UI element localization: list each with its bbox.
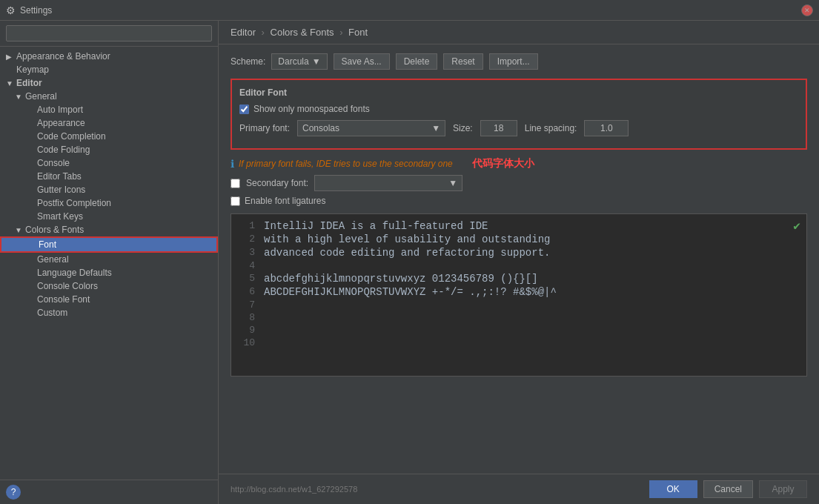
line-number: 6 (240, 286, 255, 298)
sidebar-item-keymap[interactable]: Keymap (0, 63, 218, 76)
sidebar-label: Custom (37, 308, 67, 318)
sidebar-item-code-folding[interactable]: Code Folding (0, 143, 218, 156)
ligatures-checkbox[interactable] (231, 196, 240, 206)
line-spacing-input[interactable] (584, 120, 629, 136)
settings-icon: ⚙ (6, 4, 16, 16)
settings-dialog: ▶ Appearance & Behavior Keymap ▼ Editor … (0, 21, 819, 504)
ok-button[interactable]: OK (649, 480, 697, 498)
preview-line: 10 (240, 337, 798, 348)
sidebar-item-console-font[interactable]: Console Font (0, 293, 218, 306)
sidebar-item-appearance-behavior[interactable]: ▶ Appearance & Behavior (0, 50, 218, 63)
sidebar-item-editor-tabs[interactable]: Editor Tabs (0, 170, 218, 183)
line-number: 3 (240, 247, 255, 259)
info-icon: ℹ (231, 158, 234, 170)
sidebar-item-language-defaults[interactable]: Language Defaults (0, 266, 218, 279)
preview-line: 9 (240, 325, 798, 336)
preview-line: 4 (240, 260, 798, 271)
line-number: 8 (240, 312, 255, 323)
window-title: Settings (20, 5, 801, 16)
ligatures-label: Enable font ligatures (245, 196, 325, 206)
sidebar-item-auto-import[interactable]: Auto Import (0, 103, 218, 116)
sidebar-item-smart-keys[interactable]: Smart Keys (0, 210, 218, 223)
reset-button[interactable]: Reset (443, 53, 483, 70)
sidebar-item-editor[interactable]: ▼ Editor (0, 76, 218, 90)
delete-button[interactable]: Delete (396, 53, 438, 70)
sidebar-item-general[interactable]: ▼ General (0, 90, 218, 103)
secondary-font-dropdown[interactable]: ▼ (314, 175, 462, 191)
line-number: 2 (240, 233, 255, 245)
sidebar-item-console-colors[interactable]: Console Colors (0, 279, 218, 293)
sidebar-label: Console Colors (37, 281, 98, 291)
line-content: IntelliJ IDEA is a full-featured IDE (264, 220, 488, 232)
scheme-row: Scheme: Darcula ▼ Save As... Delete Rese… (231, 53, 807, 70)
monospaced-row: Show only monospaced fonts (239, 104, 798, 114)
scheme-label: Scheme: (231, 56, 265, 67)
line-spacing-label: Line spacing: (525, 123, 577, 133)
dialog-body: ▶ Appearance & Behavior Keymap ▼ Editor … (0, 21, 819, 504)
scheme-dropdown[interactable]: Darcula ▼ (271, 53, 327, 70)
line-number: 9 (240, 325, 255, 336)
line-content: with a high level of usability and outst… (264, 233, 550, 245)
dialog-footer: http://blog.csdn.net/w1_627292578 OK Can… (219, 474, 819, 504)
secondary-font-checkbox[interactable] (231, 179, 240, 188)
sidebar-item-general-cf[interactable]: General (0, 253, 218, 266)
preview-line: 3 advanced code editing and refactoring … (240, 247, 798, 259)
size-input[interactable] (480, 120, 517, 136)
sidebar-label: Code Completion (37, 131, 106, 142)
primary-font-dropdown[interactable]: Consolas ▼ (297, 120, 445, 136)
sidebar-label: Gutter Icons (37, 185, 85, 195)
cancel-button[interactable]: Cancel (703, 480, 753, 498)
title-bar: ⚙ Settings ✕ (0, 0, 819, 21)
sidebar-item-font[interactable]: Font (0, 236, 218, 253)
sidebar-item-postfix-completion[interactable]: Postfix Completion (0, 196, 218, 210)
breadcrumb: Editor › Colors & Fonts › Font (219, 21, 819, 44)
breadcrumb-font: Font (348, 27, 368, 38)
annotation-text: 代码字体大小 (472, 157, 534, 170)
secondary-font-row: Secondary font: ▼ (231, 175, 807, 191)
preview-line: 7 (240, 299, 798, 311)
save-as-button[interactable]: Save As... (334, 53, 390, 70)
info-row: ℹ If primary font fails, IDE tries to us… (231, 157, 807, 170)
preview-area: ✔ 1 IntelliJ IDEA is a full-featured IDE… (231, 213, 807, 377)
sidebar-item-gutter-icons[interactable]: Gutter Icons (0, 183, 218, 196)
separator-icon: › (262, 27, 268, 38)
separator-icon: › (339, 27, 345, 38)
sidebar-label: Postfix Completion (37, 198, 111, 208)
monospaced-label: Show only monospaced fonts (253, 104, 370, 114)
sidebar-label: Language Defaults (37, 268, 112, 278)
scheme-value: Darcula (278, 56, 308, 67)
sidebar-item-appearance[interactable]: Appearance (0, 116, 218, 130)
breadcrumb-colors-fonts: Colors & Fonts (271, 27, 334, 38)
line-number: 10 (240, 337, 255, 348)
primary-font-row: Primary font: Consolas ▼ Size: Line spac… (239, 120, 798, 136)
help-button[interactable]: ? (6, 485, 21, 500)
size-label: Size: (453, 123, 473, 133)
sidebar-item-colors-fonts[interactable]: ▼ Colors & Fonts (0, 223, 218, 236)
sidebar-label: Colors & Fonts (25, 225, 84, 235)
preview-line: 8 (240, 312, 798, 323)
editor-font-label: Editor Font (239, 87, 798, 98)
arrow-icon: ▼ (15, 226, 22, 234)
line-number: 7 (240, 299, 255, 311)
search-input[interactable] (6, 25, 212, 42)
close-button[interactable]: ✕ (801, 4, 813, 16)
apply-button[interactable]: Apply (759, 480, 807, 498)
line-number: 1 (240, 220, 255, 232)
sidebar-item-code-completion[interactable]: Code Completion (0, 130, 218, 143)
content-area: Scheme: Darcula ▼ Save As... Delete Rese… (219, 44, 819, 474)
window-controls: ✕ (801, 4, 813, 16)
sidebar-item-console[interactable]: Console (0, 156, 218, 170)
show-monospaced-checkbox[interactable] (239, 105, 249, 114)
sidebar-item-custom[interactable]: Custom (0, 306, 218, 319)
sidebar-label: Appearance (37, 118, 85, 128)
sidebar-label: Editor Tabs (37, 171, 82, 182)
sidebar-label: Console Font (37, 294, 90, 305)
ligatures-row: Enable font ligatures (231, 196, 807, 206)
import-button[interactable]: Import... (489, 53, 538, 70)
sidebar-label: Appearance & Behavior (16, 51, 110, 62)
line-number: 4 (240, 260, 255, 271)
main-content: Editor › Colors & Fonts › Font Scheme: D… (219, 21, 819, 504)
preview-line: 5 abcdefghijklmnopqrstuvwxyz 0123456789 … (240, 273, 798, 285)
sidebar-label: Auto Import (37, 105, 83, 115)
line-number: 5 (240, 273, 255, 285)
